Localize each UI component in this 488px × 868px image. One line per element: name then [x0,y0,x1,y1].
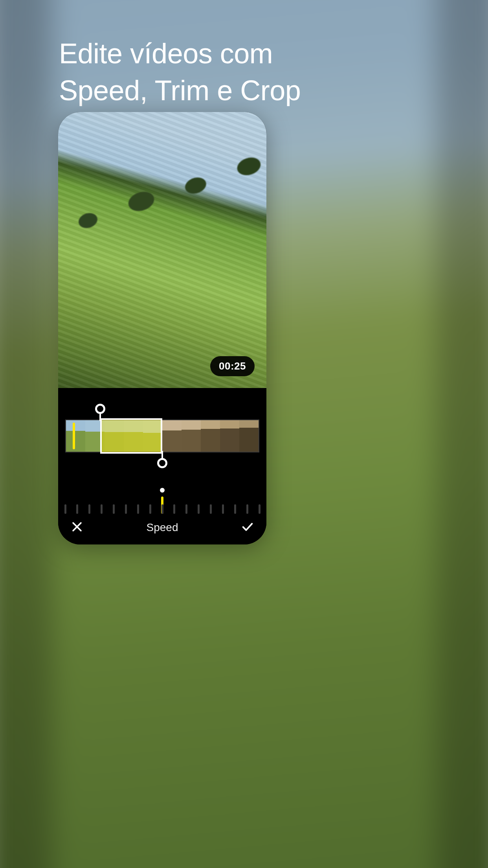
check-icon [241,520,254,535]
timeline-frame [124,420,143,452]
timeline-frame [220,420,239,452]
timeline-frame [162,420,182,452]
cancel-button[interactable] [68,519,86,536]
video-preview[interactable]: 00:25 [58,112,266,388]
selection-handle-end-stem [161,451,163,460]
promo-headline: Edite vídeos com Speed, Trim e Crop [59,35,301,109]
confirm-button[interactable] [239,519,256,536]
playhead[interactable] [73,423,75,449]
timeline-frame [201,420,220,452]
editor-bottom-bar: Speed [58,511,266,544]
duration-badge: 00:25 [210,356,255,376]
timeline-frame [66,420,85,452]
selection-handle-start-stem [99,412,101,421]
timeline-frame [182,420,201,452]
close-icon [70,520,84,535]
timeline-frame [85,420,105,452]
timeline-frame [105,420,124,452]
timeline-frame [143,420,162,452]
filmstrip[interactable] [65,419,259,452]
device-frame: 00:25 [58,112,266,544]
timeline-frame [239,420,259,452]
timeline[interactable] [65,419,259,452]
mode-label: Speed [147,521,178,534]
speed-center-dot [160,488,165,493]
editor-panel: Speed [58,388,266,544]
